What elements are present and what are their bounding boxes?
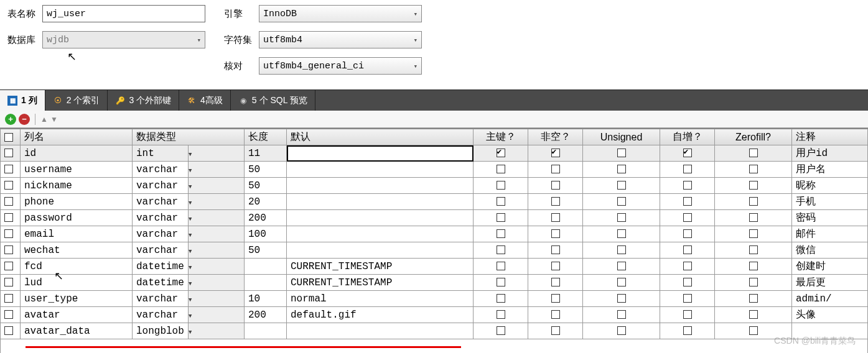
unsigned-cell[interactable] — [583, 210, 660, 226]
length-cell[interactable] — [245, 259, 287, 275]
checkbox-icon[interactable] — [497, 229, 505, 238]
datatype-dropdown-button[interactable]: ▼ — [189, 259, 245, 275]
collation-select[interactable]: utf8mb4_general_ci ▾ — [259, 57, 422, 75]
checkbox-icon[interactable] — [683, 278, 692, 287]
comment-cell[interactable]: 密码 — [792, 210, 868, 226]
column-name-cell[interactable]: password — [21, 210, 133, 226]
unsigned-cell[interactable] — [583, 178, 660, 194]
tab-columns[interactable]: ▦ 1 列 — [0, 90, 45, 111]
default-cell[interactable] — [287, 210, 474, 226]
checkbox-icon[interactable] — [749, 197, 758, 206]
autoinc-cell[interactable] — [660, 259, 715, 275]
checkbox-icon[interactable] — [551, 262, 560, 270]
length-cell[interactable]: 50 — [245, 242, 287, 259]
engine-select[interactable]: InnoDB ▾ — [259, 5, 422, 22]
notnull-cell[interactable] — [528, 307, 583, 323]
header-name[interactable]: 列名 — [21, 129, 133, 145]
table-row[interactable]: lud datetime ▼ CURRENT_TIMESTAMP 最后更 — [1, 275, 868, 291]
zerofill-cell[interactable] — [715, 194, 792, 210]
default-cell[interactable]: CURRENT_TIMESTAMP — [287, 275, 474, 291]
table-row[interactable]: fcd datetime ▼ CURRENT_TIMESTAMP 创建时 — [1, 259, 868, 275]
column-name-cell[interactable]: id — [21, 145, 133, 162]
column-name-cell[interactable]: phone — [21, 194, 133, 210]
pk-cell[interactable] — [474, 210, 528, 226]
zerofill-cell[interactable] — [715, 162, 792, 178]
datatype-cell[interactable]: varchar — [133, 242, 189, 259]
row-select-cell[interactable] — [1, 178, 21, 194]
notnull-cell[interactable] — [528, 145, 583, 162]
pk-cell[interactable] — [474, 194, 528, 210]
column-name-cell[interactable]: user_type — [21, 291, 133, 307]
default-cell[interactable]: CURRENT_TIMESTAMP — [287, 259, 474, 275]
comment-cell[interactable]: 最后更 — [792, 275, 868, 291]
checkbox-icon[interactable] — [4, 133, 13, 142]
zerofill-cell[interactable] — [715, 226, 792, 242]
comment-cell[interactable]: 头像 — [792, 307, 868, 323]
pk-cell[interactable] — [474, 259, 528, 275]
notnull-cell[interactable] — [528, 210, 583, 226]
unsigned-cell[interactable] — [583, 275, 660, 291]
datatype-cell[interactable]: varchar — [133, 226, 189, 242]
checkbox-icon[interactable] — [683, 310, 692, 319]
autoinc-cell[interactable] — [660, 291, 715, 307]
notnull-cell[interactable] — [528, 291, 583, 307]
default-cell[interactable]: normal — [287, 291, 474, 307]
row-select-cell[interactable] — [1, 145, 21, 162]
length-cell[interactable]: 20 — [245, 194, 287, 210]
notnull-cell[interactable] — [528, 259, 583, 275]
checkbox-icon[interactable] — [497, 181, 505, 190]
zerofill-cell[interactable] — [715, 210, 792, 226]
checkbox-icon[interactable] — [4, 326, 13, 335]
datatype-cell[interactable]: varchar — [133, 162, 189, 178]
checkbox-icon[interactable] — [617, 213, 626, 222]
datatype-dropdown-button[interactable]: ▼ — [189, 226, 245, 242]
checkbox-icon[interactable] — [683, 326, 692, 335]
table-name-input[interactable] — [42, 5, 205, 22]
row-select-cell[interactable] — [1, 259, 21, 275]
default-cell[interactable]: default.gif — [287, 307, 474, 323]
comment-cell[interactable] — [792, 323, 868, 339]
zerofill-cell[interactable] — [715, 145, 792, 162]
length-cell[interactable]: 50 — [245, 162, 287, 178]
header-autoinc[interactable]: 自增？ — [660, 129, 715, 145]
checkbox-icon[interactable] — [4, 294, 13, 303]
checkbox-icon[interactable] — [683, 165, 692, 173]
comment-cell[interactable]: admin/ — [792, 291, 868, 307]
row-select-cell[interactable] — [1, 194, 21, 210]
table-row[interactable]: id int ▼ 11 用户id — [1, 145, 868, 162]
checkbox-icon[interactable] — [551, 213, 560, 222]
checkbox-icon[interactable] — [683, 213, 692, 222]
checkbox-icon[interactable] — [617, 294, 626, 303]
checkbox-icon[interactable] — [617, 245, 626, 254]
datatype-dropdown-button[interactable]: ▼ — [189, 210, 245, 226]
row-select-cell[interactable] — [1, 275, 21, 291]
checkbox-icon[interactable] — [551, 165, 560, 173]
autoinc-cell[interactable] — [660, 178, 715, 194]
checkbox-icon[interactable] — [4, 245, 13, 254]
column-name-cell[interactable]: email — [21, 226, 133, 242]
checkbox-icon[interactable] — [4, 229, 13, 238]
checkbox-icon[interactable] — [497, 326, 505, 335]
unsigned-cell[interactable] — [583, 242, 660, 259]
checkbox-icon[interactable] — [683, 149, 692, 157]
checkbox-icon[interactable] — [4, 149, 13, 157]
checkbox-icon[interactable] — [683, 262, 692, 270]
header-length[interactable]: 长度 — [245, 129, 287, 145]
default-cell[interactable] — [287, 194, 474, 210]
datatype-cell[interactable]: varchar — [133, 307, 189, 323]
notnull-cell[interactable] — [528, 162, 583, 178]
column-name-cell[interactable]: avatar_data — [21, 323, 133, 339]
comment-cell[interactable]: 创建时 — [792, 259, 868, 275]
checkbox-icon[interactable] — [497, 165, 505, 173]
length-cell[interactable] — [245, 275, 287, 291]
checkbox-icon[interactable] — [617, 181, 626, 190]
header-zerofill[interactable]: Zerofill? — [715, 129, 792, 145]
column-name-cell[interactable]: username — [21, 162, 133, 178]
checkbox-icon[interactable] — [617, 262, 626, 270]
datatype-dropdown-button[interactable]: ▼ — [189, 145, 245, 162]
checkbox-icon[interactable] — [749, 262, 758, 270]
comment-cell[interactable]: 昵称 — [792, 178, 868, 194]
checkbox-icon[interactable] — [551, 294, 560, 303]
checkbox-icon[interactable] — [4, 165, 13, 173]
checkbox-icon[interactable] — [617, 326, 626, 335]
